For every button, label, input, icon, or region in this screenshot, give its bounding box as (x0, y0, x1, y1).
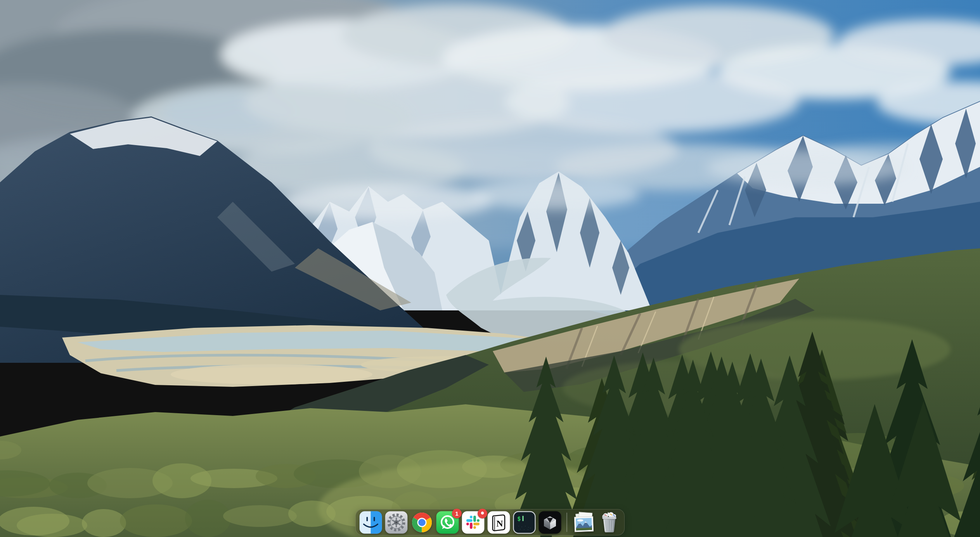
trash-full-icon (597, 511, 621, 534)
gear-icon (384, 511, 408, 534)
dock-item-chrome[interactable] (410, 511, 434, 534)
dock-separator (566, 513, 567, 532)
dock-item-trash[interactable] (597, 511, 621, 534)
dock-item-notion[interactable]: N (487, 511, 511, 534)
notion-icon: N (487, 511, 511, 534)
photo-stack-icon (572, 511, 596, 534)
dock-item-terminal[interactable]: $ (513, 511, 536, 534)
desktop: 1 • N $ (0, 0, 980, 537)
desktop-wallpaper (0, 0, 980, 537)
terminal-icon: $ (513, 511, 536, 534)
dock-item-finder[interactable] (359, 511, 383, 534)
finder-icon (359, 511, 383, 534)
dock-item-system-settings[interactable] (384, 511, 408, 534)
dock-item-downloads-stack[interactable] (572, 511, 596, 534)
dock-item-cursor[interactable] (538, 511, 562, 534)
notion-letter: N (496, 518, 503, 528)
whatsapp-badge: 1 (452, 509, 462, 518)
cursor-cube-icon (538, 511, 562, 534)
terminal-prompt: $ (517, 515, 521, 522)
chrome-icon (410, 511, 434, 534)
slack-badge: • (478, 509, 487, 518)
dock-item-whatsapp[interactable]: 1 (436, 511, 459, 534)
dock-item-slack[interactable]: • (461, 511, 485, 534)
dock: 1 • N $ (355, 509, 625, 535)
